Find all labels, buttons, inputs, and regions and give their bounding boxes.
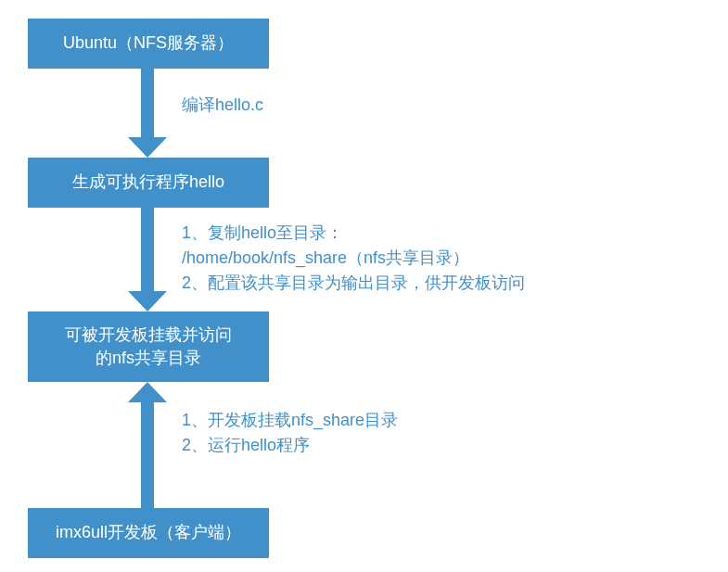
node-server: Ubuntu（NFS服务器）	[28, 19, 269, 69]
node-nfs-dir-label: 可被开发板挂载并访问 的nfs共享目录	[65, 324, 232, 370]
node-server-label: Ubuntu（NFS服务器）	[63, 32, 234, 55]
arrow-compile	[141, 69, 154, 137]
arrow-deploy	[141, 208, 154, 291]
edge-mount-line2: 2、运行hello程序	[182, 433, 553, 458]
arrow-mount	[141, 402, 154, 508]
node-compile-result: 生成可执行程序hello	[28, 158, 269, 208]
edge-deploy-line3: 2、配置该共享目录为输出目录，供开发板访问	[182, 271, 645, 296]
edge-mount-label: 1、开发板挂载nfs_share目录 2、运行hello程序	[182, 408, 553, 458]
edge-deploy-line2: /home/book/nfs_share（nfs共享目录）	[182, 246, 645, 271]
node-client: imx6ull开发板（客户端）	[28, 508, 269, 558]
nfs-flow-diagram: Ubuntu（NFS服务器） 编译hello.c 生成可执行程序hello 1、…	[0, 0, 728, 572]
edge-deploy-label: 1、复制hello至目录： /home/book/nfs_share（nfs共享…	[182, 221, 645, 296]
edge-mount-line1: 1、开发板挂载nfs_share目录	[182, 408, 553, 433]
edge-compile-label: 编译hello.c	[182, 93, 263, 118]
edge-compile-text: 编译hello.c	[182, 95, 263, 114]
node-nfs-dir: 可被开发板挂载并访问 的nfs共享目录	[28, 311, 269, 382]
node-client-label: imx6ull开发板（客户端）	[56, 521, 241, 544]
edge-deploy-line1: 1、复制hello至目录：	[182, 221, 645, 246]
node-compile-result-label: 生成可执行程序hello	[72, 171, 224, 194]
